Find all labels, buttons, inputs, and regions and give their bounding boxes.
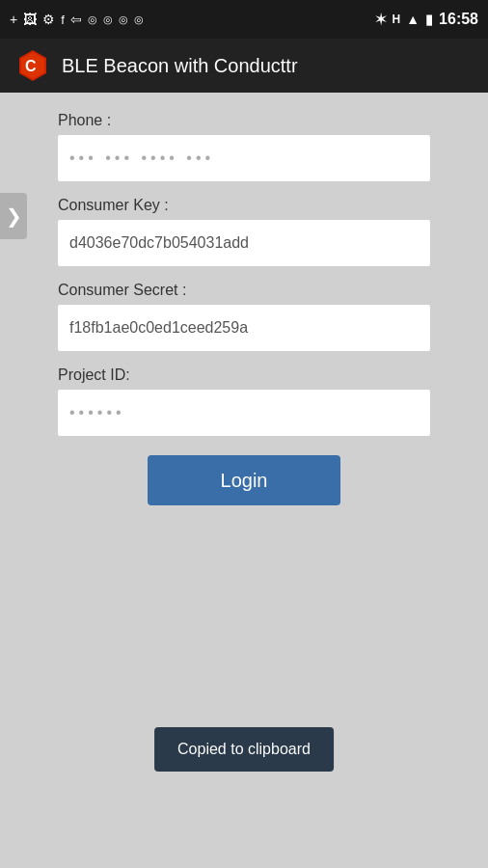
gear-icon: ⚙ [42,12,55,27]
app-logo: C [15,48,50,83]
svg-text:C: C [25,58,37,74]
nav-icon4: ◎ [119,14,128,26]
project-id-label: Project ID: [58,366,430,384]
app-bar: C BLE Beacon with Conducttr [0,39,488,93]
bluetooth-icon: ✶ [375,12,387,27]
consumer-key-input[interactable] [58,220,430,266]
nav-icon2: ◎ [88,14,97,26]
project-id-field-group: Project ID: [58,366,430,436]
project-id-input[interactable] [58,390,430,436]
status-bar-right: ✶ H ▲ ▮ 16:58 [375,11,478,28]
h-icon: H [393,13,401,26]
consumer-secret-field-group: Consumer Secret : [58,282,430,351]
login-button[interactable]: Login [148,455,340,505]
phone-input[interactable] [58,135,430,181]
main-content: Phone : Consumer Key : Consumer Secret :… [0,93,488,525]
nav-icon3: ◎ [103,14,113,26]
phone-field-group: Phone : [58,112,430,181]
add-icon: + [10,12,17,27]
image-icon: 🖼 [23,12,37,27]
phone-label: Phone : [58,112,430,129]
clock: 16:58 [439,11,478,28]
consumer-secret-input[interactable] [58,305,430,351]
toast-notification: Copied to clipboard [154,727,334,772]
consumer-key-field-group: Consumer Key : [58,197,430,266]
nav-icon5: ◎ [134,14,144,26]
status-bar: + 🖼 ⚙ f ⇦ ◎ ◎ ◎ ◎ ✶ H ▲ ▮ 16:58 [0,0,488,39]
facebook-icon: f [61,13,65,27]
consumer-secret-label: Consumer Secret : [58,282,430,299]
battery-icon: ▮ [425,12,433,27]
signal-icon: ▲ [406,12,420,27]
consumer-key-label: Consumer Key : [58,197,430,214]
status-bar-left: + 🖼 ⚙ f ⇦ ◎ ◎ ◎ ◎ [10,12,144,27]
nav-icon1: ⇦ [70,12,82,27]
app-title: BLE Beacon with Conducttr [62,55,298,77]
